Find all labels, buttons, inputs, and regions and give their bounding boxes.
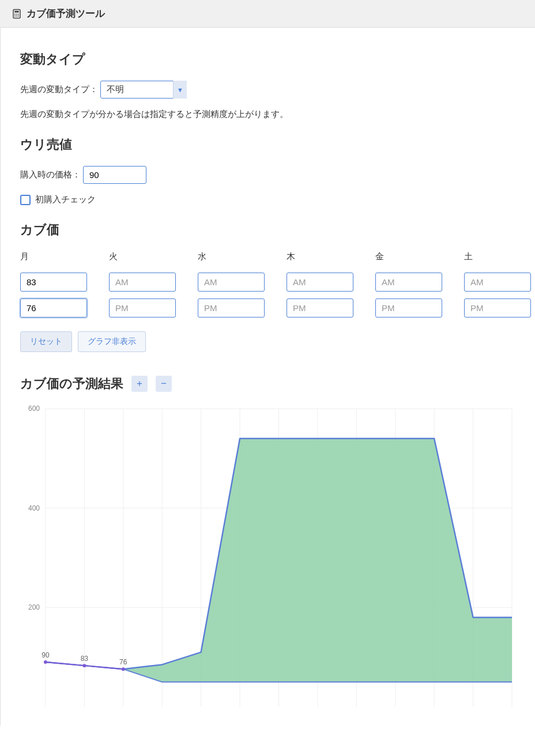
button-row: リセット グラフ非表示 bbox=[20, 331, 515, 352]
app-title: カブ価予測ツール bbox=[27, 7, 105, 20]
day-label: 火 bbox=[109, 251, 176, 262]
svg-point-6 bbox=[16, 15, 17, 16]
pattern-hint: 先週の変動タイプが分かる場合は指定すると予測精度が上がります。 bbox=[20, 109, 515, 120]
svg-point-5 bbox=[14, 15, 16, 16]
price-input-tue-pm[interactable] bbox=[109, 298, 176, 317]
price-input-mon-pm[interactable] bbox=[20, 298, 87, 317]
toggle-graph-button[interactable]: グラフ非表示 bbox=[78, 331, 146, 352]
svg-text:400: 400 bbox=[28, 504, 40, 512]
app-header: カブ価予測ツール bbox=[0, 0, 535, 28]
zoom-in-button[interactable]: + bbox=[131, 376, 148, 392]
svg-point-7 bbox=[18, 15, 19, 16]
price-input-wed-pm[interactable] bbox=[198, 298, 265, 317]
svg-text:76: 76 bbox=[119, 658, 127, 666]
purchase-label: 購入時の価格： bbox=[20, 169, 81, 180]
pattern-select-wrap: 不明 ▼ bbox=[100, 81, 187, 99]
purchase-price-input[interactable] bbox=[83, 166, 146, 184]
price-input-fri-pm[interactable] bbox=[375, 298, 442, 317]
result-header-row: カブ価の予測結果 + − bbox=[20, 375, 515, 392]
prediction-chart: 200400600908376 bbox=[20, 403, 515, 714]
price-input-thu-am[interactable] bbox=[287, 273, 353, 292]
day-label: 土 bbox=[464, 251, 531, 262]
svg-point-27 bbox=[44, 660, 47, 664]
first-buy-checkbox[interactable] bbox=[20, 195, 31, 205]
day-label: 金 bbox=[375, 251, 442, 262]
main-content: 変動タイプ 先週の変動タイプ： 不明 ▼ 先週の変動タイプが分かる場合は指定する… bbox=[0, 28, 535, 725]
pattern-row: 先週の変動タイプ： 不明 ▼ bbox=[20, 81, 515, 99]
svg-text:90: 90 bbox=[42, 651, 50, 659]
day-label: 木 bbox=[287, 251, 353, 262]
price-input-tue-am[interactable] bbox=[109, 273, 176, 292]
chart-svg: 200400600908376 bbox=[20, 403, 515, 714]
svg-point-4 bbox=[18, 13, 19, 14]
day-col-sat: 土 bbox=[464, 251, 531, 317]
day-col-fri: 金 bbox=[375, 251, 442, 317]
svg-text:83: 83 bbox=[81, 655, 89, 663]
pattern-label: 先週の変動タイプ： bbox=[20, 84, 98, 95]
day-col-wed: 水 bbox=[198, 251, 265, 317]
svg-point-2 bbox=[14, 13, 16, 14]
reset-button[interactable]: リセット bbox=[20, 331, 72, 352]
days-grid: 月 火 水 木 金 土 bbox=[20, 251, 515, 317]
svg-text:200: 200 bbox=[28, 603, 40, 611]
price-input-wed-am[interactable] bbox=[198, 273, 265, 292]
price-input-thu-pm[interactable] bbox=[287, 298, 353, 317]
day-col-thu: 木 bbox=[287, 251, 353, 317]
zoom-out-button[interactable]: − bbox=[156, 376, 172, 392]
section-pattern-title: 変動タイプ bbox=[20, 51, 515, 68]
price-input-fri-am[interactable] bbox=[375, 273, 442, 292]
day-col-mon: 月 bbox=[20, 251, 87, 317]
price-input-sat-pm[interactable] bbox=[464, 298, 531, 317]
pattern-select[interactable]: 不明 bbox=[100, 81, 187, 99]
section-prices-title: カブ価 bbox=[20, 221, 515, 239]
day-col-tue: 火 bbox=[109, 251, 176, 317]
day-label: 月 bbox=[20, 251, 87, 262]
first-buy-row: 初購入チェック bbox=[20, 194, 515, 205]
svg-text:600: 600 bbox=[28, 405, 40, 413]
purchase-row: 購入時の価格： bbox=[20, 166, 515, 184]
svg-point-31 bbox=[122, 667, 125, 671]
calculator-icon bbox=[12, 9, 22, 19]
result-title: カブ価の予測結果 bbox=[20, 375, 123, 392]
price-input-mon-am[interactable] bbox=[20, 273, 87, 292]
svg-point-29 bbox=[82, 664, 86, 667]
day-label: 水 bbox=[198, 251, 265, 262]
svg-rect-1 bbox=[14, 10, 19, 12]
section-purchase-title: ウリ売値 bbox=[20, 136, 515, 153]
svg-point-3 bbox=[16, 13, 17, 14]
first-buy-label: 初購入チェック bbox=[35, 194, 96, 205]
price-input-sat-am[interactable] bbox=[464, 273, 531, 292]
